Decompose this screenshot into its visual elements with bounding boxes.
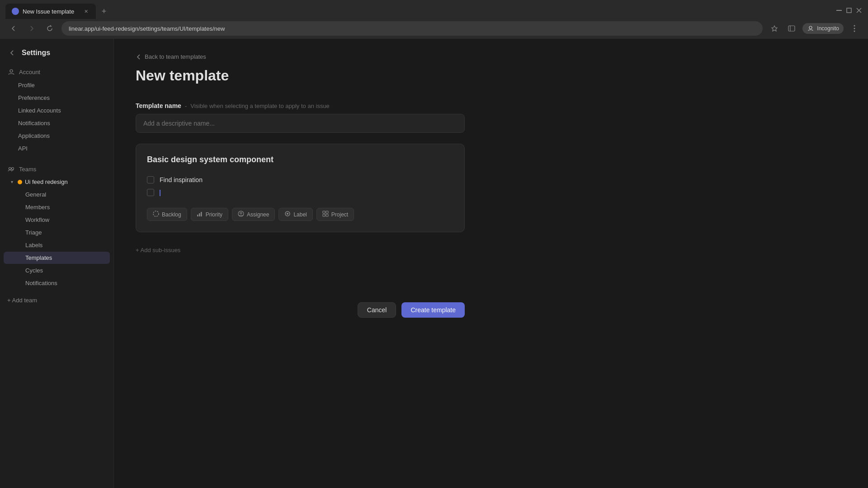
svg-point-10	[854, 31, 855, 32]
new-tab-button[interactable]: +	[98, 5, 110, 18]
issue-checklist: Find inspiration	[147, 174, 453, 199]
checklist-checkbox-1[interactable]	[147, 189, 154, 196]
teams-icon	[7, 165, 15, 173]
sidebar-item-workflow[interactable]: Workflow	[4, 214, 110, 226]
sidebar-item-notifications-account[interactable]: Notifications	[4, 117, 110, 129]
checklist-item-1	[147, 186, 453, 199]
sidebar-header: Settings	[0, 46, 113, 65]
nav-forward-button[interactable]	[25, 22, 38, 35]
template-name-hint: Visible when selecting a template to app…	[190, 103, 330, 109]
meta-button-project[interactable]: Project	[316, 208, 354, 221]
sidebar-item-linked-accounts[interactable]: Linked Accounts	[4, 104, 110, 117]
window-controls	[835, 7, 863, 16]
nav-back-button[interactable]	[7, 22, 20, 35]
sidebar-item-general[interactable]: General	[4, 188, 110, 201]
svg-point-21	[287, 213, 288, 215]
add-sub-issues-label: + Add sub-issues	[136, 247, 180, 253]
sidebar-title: Settings	[22, 49, 50, 57]
svg-rect-23	[326, 211, 328, 213]
sidebar-item-api[interactable]: API	[4, 142, 110, 155]
teams-label: Teams	[19, 166, 36, 173]
meta-button-label[interactable]: Label	[278, 208, 312, 221]
browser-menu-button[interactable]	[848, 22, 861, 35]
label-icon	[284, 211, 291, 218]
svg-rect-22	[323, 211, 325, 213]
meta-button-backlog[interactable]: Backlog	[147, 208, 187, 221]
sidebar-teams-section: Teams ▾ Ui feed redesign General Members…	[0, 162, 113, 290]
sidebar-item-notifications-team[interactable]: Notifications	[4, 277, 110, 289]
svg-point-13	[12, 168, 14, 170]
maximize-button[interactable]	[845, 7, 853, 14]
sidebar-item-triage[interactable]: Triage	[4, 226, 110, 239]
priority-icon	[197, 211, 203, 218]
address-bar[interactable]: linear.app/ui-feed-redesign/settings/tea…	[61, 21, 763, 36]
team-ui-feed-row[interactable]: ▾ Ui feed redesign	[0, 176, 113, 188]
svg-rect-24	[323, 214, 325, 216]
create-template-button[interactable]: Create template	[401, 302, 465, 318]
minimize-button[interactable]	[835, 7, 843, 14]
incognito-indicator: Incognito	[802, 23, 844, 34]
svg-marker-4	[772, 26, 777, 31]
template-name-input[interactable]	[136, 114, 465, 133]
svg-rect-16	[199, 213, 200, 216]
sidebar-toggle-button[interactable]	[785, 22, 798, 35]
svg-rect-0	[836, 10, 842, 11]
nav-refresh-button[interactable]	[43, 22, 56, 35]
svg-point-9	[854, 28, 855, 29]
page-title: New template	[136, 67, 846, 84]
checklist-checkbox-0[interactable]	[147, 176, 154, 183]
sidebar-item-preferences[interactable]: Preferences	[4, 92, 110, 104]
svg-point-12	[9, 168, 11, 170]
assignee-icon	[238, 211, 244, 218]
sidebar-collapse-button[interactable]	[7, 48, 17, 58]
close-window-button[interactable]	[855, 7, 863, 14]
sidebar-item-profile[interactable]: Profile	[4, 79, 110, 91]
meta-button-assignee-label: Assignee	[247, 211, 269, 218]
svg-point-19	[240, 212, 242, 214]
tab-favicon	[12, 8, 19, 15]
cancel-button[interactable]: Cancel	[358, 302, 396, 318]
team-name-label: Ui feed redesign	[25, 178, 68, 185]
meta-button-assignee[interactable]: Assignee	[232, 208, 275, 221]
svg-point-8	[854, 25, 855, 27]
account-icon	[7, 68, 15, 76]
svg-rect-25	[326, 214, 328, 216]
checklist-item-0: Find inspiration	[147, 174, 453, 186]
meta-button-project-label: Project	[331, 211, 348, 218]
sidebar-teams-header[interactable]: Teams	[0, 162, 113, 176]
issue-card: Basic design system component Find inspi…	[136, 144, 465, 232]
template-name-separator: -	[185, 103, 187, 109]
svg-rect-17	[201, 212, 202, 216]
sidebar-item-cycles[interactable]: Cycles	[4, 264, 110, 277]
meta-button-priority-label: Priority	[206, 211, 222, 218]
issue-card-title: Basic design system component	[147, 155, 453, 164]
address-bar-row: linear.app/ui-feed-redesign/settings/tea…	[0, 19, 868, 39]
team-color-dot	[18, 180, 22, 184]
sidebar-item-templates[interactable]: Templates	[4, 252, 110, 264]
checklist-text-1	[160, 189, 160, 196]
sidebar: Settings Account Profile Preferences Lin…	[0, 39, 114, 488]
tab-title: New Issue template	[23, 8, 79, 15]
sidebar-account-header[interactable]: Account	[0, 65, 113, 79]
tab-close-button[interactable]: ✕	[82, 8, 90, 15]
issue-meta-buttons: Backlog Priority	[147, 208, 453, 221]
back-link[interactable]: Back to team templates	[136, 53, 846, 60]
add-team-label: + Add team	[7, 297, 37, 304]
back-link-text: Back to team templates	[145, 53, 206, 60]
add-team-button[interactable]: + Add team	[0, 293, 113, 307]
main-content: Back to team templates New template Temp…	[114, 39, 868, 488]
svg-rect-1	[847, 8, 851, 13]
star-button[interactable]	[768, 22, 781, 35]
sidebar-item-labels[interactable]: Labels	[4, 239, 110, 251]
tab-bar: New Issue template ✕ +	[0, 0, 868, 19]
add-sub-issues-button[interactable]: + Add sub-issues	[136, 243, 465, 257]
sidebar-account-section: Account Profile Preferences Linked Accou…	[0, 65, 113, 155]
team-chevron-icon: ▾	[11, 179, 13, 184]
sidebar-item-members[interactable]: Members	[4, 201, 110, 213]
project-icon	[322, 211, 329, 218]
sidebar-item-applications[interactable]: Applications	[4, 130, 110, 142]
browser-tab[interactable]: New Issue template ✕	[5, 4, 96, 19]
browser-chrome: New Issue template ✕ + linear.app/ui-fee…	[0, 0, 868, 39]
meta-button-priority[interactable]: Priority	[191, 208, 228, 221]
meta-button-label-label: Label	[293, 211, 307, 218]
